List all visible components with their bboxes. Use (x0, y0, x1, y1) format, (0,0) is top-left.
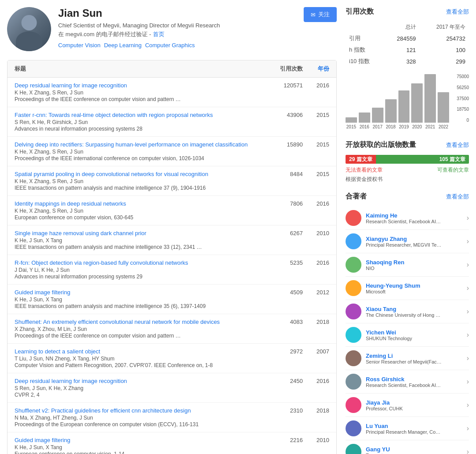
follow-button[interactable]: ✉ 关注 (304, 7, 337, 22)
paper-title[interactable]: Learning to detect a salient object (15, 348, 268, 355)
paper-authors: K He, X Zhang, S Ren, J Sun (15, 90, 268, 96)
access-label-red: 无法查看的文章 (346, 166, 383, 174)
coauthor-item-6[interactable]: Zeming Li Senior Researcher of Megvii(Fa… (346, 347, 469, 370)
coauthor-info: Zeming Li Senior Researcher of Megvii(Fa… (366, 353, 467, 364)
paper-year: 2016 (303, 259, 329, 266)
tag-computer-graphics[interactable]: Computer Graphics (145, 42, 195, 49)
y-label-1: 56250 (457, 85, 469, 90)
paper-venue: CVPR 2, 4 (15, 392, 268, 398)
stats-row-0: 引用 284559 254732 (346, 33, 469, 44)
coauthor-name: Xiaou Tang (366, 306, 467, 312)
paper-meta: Learning to detect a salient object T Li… (15, 348, 329, 368)
paper-authors: K He, J Sun, X Tang (15, 444, 268, 450)
paper-citations: 43906 (268, 112, 303, 118)
paper-title[interactable]: Guided image filtering (15, 289, 268, 296)
coauthor-item-9[interactable]: Lu Yuan Principal Research Manager, Co… … (346, 417, 469, 440)
tag-computer-vision[interactable]: Computer Vision (58, 42, 100, 49)
coauthor-name: Yichen Wei (366, 329, 467, 336)
paper-venue: Advances in neural information processin… (15, 126, 268, 132)
bar-chart: 20152016201720182019202020212022 (346, 74, 449, 131)
paper-venue: IEEE transactions on pattern analysis an… (15, 303, 268, 309)
profile-email: 在 megvii.com 的电子邮件经过验证 - 首页 (58, 30, 297, 38)
coauthor-affil: The Chinese University of Hong … (366, 312, 467, 318)
coauthor-info: Yichen Wei SHUKUN Technology (366, 329, 467, 341)
stat-recent: 100 (420, 44, 469, 56)
chevron-right-icon: › (467, 378, 469, 386)
paper-title[interactable]: Deep residual learning for image recogni… (15, 378, 268, 384)
chart-bars (346, 74, 449, 123)
paper-content: Spatial pyramid pooling in deep convolut… (15, 171, 268, 191)
coauthor-name: Shaoqing Ren (366, 259, 467, 266)
paper-title[interactable]: Faster r-cnn: Towards real-time object d… (15, 112, 268, 118)
papers-header: 标题 引用次数 年份 (7, 60, 336, 78)
chart-bar-5 (411, 83, 423, 123)
coauthors-header: 合著者 查看全部 (346, 192, 469, 201)
profile-title: Chief Scientist of Megvii, Managing Dire… (58, 22, 297, 29)
paper-title[interactable]: Guided image filtering (15, 437, 268, 443)
coauthor-item-4[interactable]: Xiaou Tang The Chinese University of Hon… (346, 300, 469, 323)
stat-label: 引用 (346, 33, 383, 44)
chart-bar-6 (424, 74, 436, 123)
citations-header: 引用次数 查看全部 (346, 7, 469, 16)
stat-total: 284559 (383, 33, 419, 44)
coauthors-list: Kaiming He Research Scientist, Facebook … (346, 206, 469, 454)
chart-bar-7 (438, 92, 449, 123)
col-year-header[interactable]: 年份 (303, 65, 329, 73)
paper-venue: European conference on computer vision, … (15, 214, 268, 221)
paper-title[interactable]: Shufflenet v2: Practical guidelines for … (15, 407, 268, 414)
chart-bar-2 (372, 108, 383, 123)
paper-content: Deep residual learning for image recogni… (15, 82, 268, 102)
coauthor-item-8[interactable]: Jiaya Jia Professor, CUHK › (346, 394, 469, 417)
coauthor-item-5[interactable]: Yichen Wei SHUKUN Technology › (346, 323, 469, 347)
coauthor-item-2[interactable]: Shaoqing Ren NIO › (346, 253, 469, 277)
paper-year: 2007 (303, 348, 329, 355)
homepage-link[interactable]: 首页 (153, 31, 164, 38)
citations-section: 引用次数 查看全部 总计 2017 年至今 引用 284559 254732 h… (346, 7, 469, 131)
chevron-right-icon: › (467, 214, 469, 222)
paper-title[interactable]: Spatial pyramid pooling in deep convolut… (15, 171, 268, 177)
paper-authors: S Ren, J Sun, K He, X Zhang (15, 385, 268, 391)
col-citations-header: 引用次数 (268, 65, 303, 73)
coauthors-title: 合著者 (346, 192, 367, 201)
coauthor-item-3[interactable]: Heung-Yeung Shum Microsoft › (346, 277, 469, 300)
paper-item-2: Delving deep into rectifiers: Surpassing… (7, 137, 336, 166)
citations-view-all[interactable]: 查看全部 (446, 8, 469, 16)
paper-item-1: Faster r-cnn: Towards real-time object d… (7, 107, 336, 137)
paper-title[interactable]: Identity mappings in deep residual netwo… (15, 200, 268, 207)
coauthor-item-7[interactable]: Ross Girshick Research Scientist, Facebo… (346, 370, 469, 394)
open-access-view-all[interactable]: 查看全部 (446, 141, 469, 149)
tag-deep-learning[interactable]: Deep Learning (104, 42, 141, 49)
coauthor-name: Ross Girshick (366, 376, 467, 383)
papers-section: 标题 引用次数 年份 Deep residual learning for im… (7, 60, 337, 454)
paper-year: 2016 (303, 200, 329, 207)
paper-title[interactable]: R-fcn: Object detection via region-based… (15, 259, 268, 266)
stat-total: 121 (383, 44, 419, 56)
coauthor-affil: Senior Researcher of Megvii(Fac… (366, 359, 467, 364)
paper-citations: 4509 (268, 289, 303, 296)
col-title-header: 标题 (15, 65, 268, 73)
paper-item-5: Single image haze removal using dark cha… (7, 225, 336, 255)
paper-content: Faster r-cnn: Towards real-time object d… (15, 112, 268, 132)
paper-title[interactable]: Deep residual learning for image recogni… (15, 82, 268, 89)
coauthor-item-1[interactable]: Xiangyu Zhang Principal Researcher, MEGV… (346, 230, 469, 253)
coauthor-name: Zeming Li (366, 353, 467, 359)
coauthor-item-10[interactable]: Gang YU Tencent › (346, 440, 469, 454)
access-note: 根据资金授权书 (346, 176, 469, 183)
chart-label-2: 2017 (372, 124, 383, 129)
paper-title[interactable]: Single image haze removal using dark cha… (15, 230, 268, 236)
coauthor-info: Heung-Yeung Shum Microsoft (366, 282, 467, 294)
paper-title[interactable]: Shufflenet: An extremely efficient convo… (15, 319, 268, 325)
coauthor-affil: Microsoft (366, 289, 467, 294)
stat-label: i10 指数 (346, 56, 383, 67)
coauthor-item-0[interactable]: Kaiming He Research Scientist, Facebook … (346, 206, 469, 230)
coauthor-avatar (346, 420, 361, 436)
paper-meta: Single image haze removal using dark cha… (15, 230, 329, 250)
stat-total: 328 (383, 56, 419, 67)
coauthors-view-all[interactable]: 查看全部 (446, 193, 469, 201)
coauthor-avatar (346, 304, 361, 319)
coauthor-info: Xiangyu Zhang Principal Researcher, MEGV… (366, 236, 467, 248)
paper-meta: Deep residual learning for image recogni… (15, 82, 329, 102)
paper-item-4: Identity mappings in deep residual netwo… (7, 196, 336, 225)
paper-venue: Proceedings of the IEEE international co… (15, 155, 268, 161)
paper-title[interactable]: Delving deep into rectifiers: Surpassing… (15, 141, 268, 148)
